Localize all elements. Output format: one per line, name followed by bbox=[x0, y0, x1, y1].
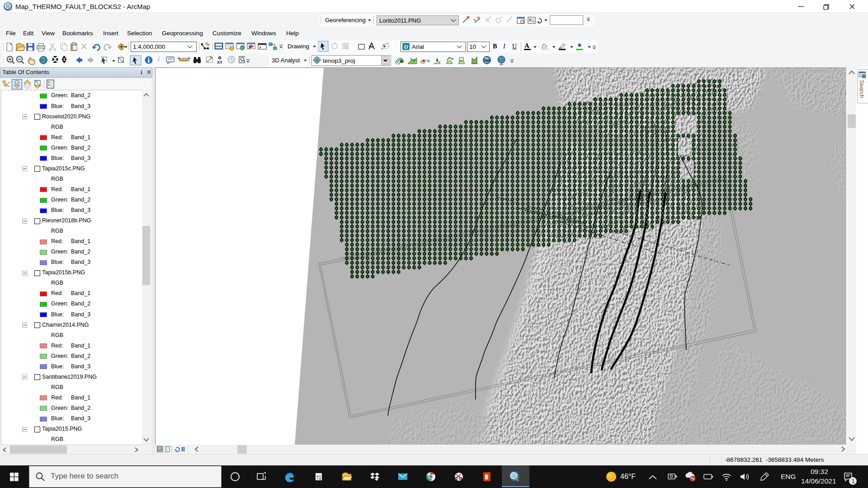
svg-text:A: A bbox=[524, 42, 529, 49]
svg-text:O: O bbox=[404, 44, 408, 50]
svg-text:XY: XY bbox=[217, 60, 222, 65]
